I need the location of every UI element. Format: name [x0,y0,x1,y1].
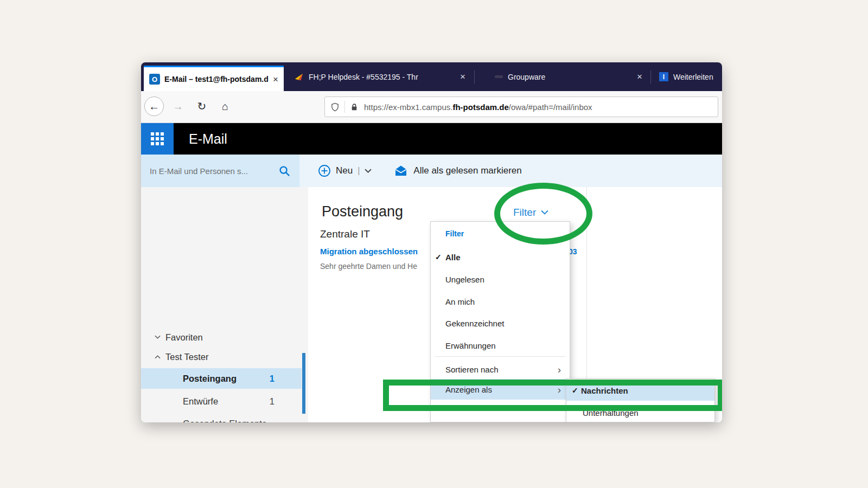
home-button[interactable]: ⌂ [215,97,235,116]
forward-icon: → [173,100,183,113]
app-title: E-Mail [189,123,227,155]
shield-icon [330,102,340,112]
back-button[interactable]: ← [144,97,164,116]
weiterleiten-tab-icon: I [659,72,668,81]
sidebar-item-favoriten[interactable]: Favoriten [141,327,302,348]
menu-item-gekennzeichnet[interactable]: Gekennzeichnet [431,316,570,331]
app-launcher-button[interactable] [141,123,174,155]
tab-email-active[interactable]: O E-Mail – test1@fh-potsdam.de × [144,66,284,91]
browser-window: O E-Mail – test1@fh-potsdam.de × FH;P He… [141,62,722,422]
tab-title: Groupware [508,73,545,81]
mark-all-read-label: Alle als gelesen markieren [413,165,521,176]
helpdesk-icon [294,72,304,82]
open-envelope-icon [394,164,407,177]
sidebar-label: Favoriten [165,332,203,343]
divider [344,101,345,113]
divider: | [358,166,360,176]
sidebar-scrollbar-thumb[interactable] [302,353,305,414]
sidebar-item-posteingang[interactable]: Posteingang 1 [141,368,302,389]
close-tab-icon[interactable]: × [273,75,278,84]
sidebar-label: Test Tester [165,352,208,362]
menu-item-an-mich[interactable]: An mich [431,294,570,309]
folder-sidebar: Favoriten Test Tester Posteingang 1 Entw… [141,187,308,422]
sidebar-item-gesendete[interactable]: Gesendete Elemente [141,413,302,422]
email-preview: Sehr geehrte Damen und He [320,262,417,271]
close-tab-icon[interactable]: × [637,72,642,81]
reload-button[interactable]: ↻ [192,97,212,116]
annotation-ellipse-filter [494,183,592,245]
tab-title: E-Mail – test1@fh-potsdam.de [164,75,269,84]
email-subject: Migration abgeschlossen [320,247,418,256]
tab-groupware[interactable]: Groupware × [475,62,650,91]
new-button[interactable]: Neu | [318,164,372,177]
submenu-arrow-icon: › [558,364,561,375]
unread-count: 1 [270,374,275,384]
home-icon: ⌂ [222,100,228,113]
menu-item-label: Ungelesen [445,275,484,284]
forward-button[interactable]: → [168,97,188,116]
email-sender: Zentrale IT [320,228,370,240]
tab-helpdesk[interactable]: FH;P Helpdesk - #5532195 - Thr × [286,62,473,91]
url-text: https://ex-mbx1.campus.fh-potsdam.de/owa… [364,102,592,112]
menu-item-label: Alle [445,253,461,262]
check-icon: ✓ [431,253,445,261]
new-button-label: Neu [336,165,353,176]
close-tab-icon[interactable]: × [460,72,465,81]
chevron-down-icon[interactable] [155,335,161,339]
filter-menu-header: Filter [445,229,464,238]
tab-separator [474,70,475,84]
groupware-icon [495,75,503,78]
menu-item-label: An mich [445,297,475,306]
menu-item-label: Erwähnungen [445,341,496,350]
browser-tab-bar: O E-Mail – test1@fh-potsdam.de × FH;P He… [141,62,722,91]
lock-icon [350,102,359,112]
command-bar: Neu | Alle als gelesen markieren [299,155,722,187]
search-icon [278,165,291,177]
chevron-up-icon[interactable] [155,355,161,359]
menu-item-label: Gekennzeichnet [445,319,504,328]
annotation-rectangle-anzeigen-als [383,380,722,411]
reload-icon: ↻ [197,100,207,113]
menu-item-ungelesen[interactable]: Ungelesen [431,272,570,287]
tab-separator [650,70,651,84]
folder-label: Entwürfe [183,396,218,407]
outlook-icon: O [149,74,160,85]
sidebar-item-account[interactable]: Test Tester [141,346,302,367]
screenshot-canvas: O E-Mail – test1@fh-potsdam.de × FH;P He… [0,0,868,488]
back-icon: ← [149,100,159,113]
list-title: Posteingang [322,203,403,220]
app-launcher-icon [151,132,164,145]
url-bar[interactable]: https://ex-mbx1.campus.fh-potsdam.de/owa… [324,97,718,117]
tab-title: FH;P Helpdesk - #5532195 - Thr [309,73,418,81]
menu-item-sortieren-nach[interactable]: Sortieren nach › [431,362,570,377]
mark-all-read-button[interactable]: Alle als gelesen markieren [394,164,521,177]
tab-title: Weiterleiten [673,73,713,81]
draft-count: 1 [270,396,275,407]
owa-header: E-Mail [141,123,722,155]
menu-item-alle[interactable]: ✓ Alle [431,249,570,265]
browser-nav-toolbar: ← → ↻ ⌂ https://ex-mbx1.campus.fh-potsda… [141,91,722,123]
sidebar-item-entwuerfe[interactable]: Entwürfe 1 [141,391,302,412]
folder-label: Gesendete Elemente [183,419,267,423]
search-placeholder: In E-Mail und Personen s... [150,166,278,176]
chevron-down-icon[interactable] [365,169,372,174]
folder-label: Posteingang [183,374,237,384]
plus-circle-icon [318,164,331,177]
search-input[interactable]: In E-Mail und Personen s... [141,155,299,187]
menu-separator [435,356,565,357]
menu-item-label: Sortieren nach [445,365,499,374]
menu-item-erwaehnungen[interactable]: Erwähnungen [431,338,570,353]
tab-weiterleiten[interactable]: I Weiterleiten [652,62,722,91]
